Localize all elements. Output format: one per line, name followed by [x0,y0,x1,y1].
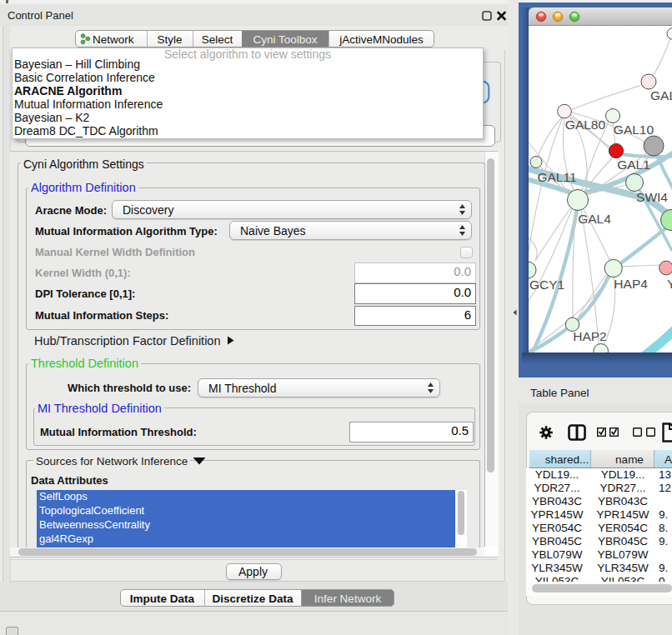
svg-text:GAL80: GAL80 [565,118,606,132]
svg-text:GAL11: GAL11 [537,170,576,184]
svg-text:GAL7: GAL7 [650,88,672,102]
svg-text:HAP2: HAP2 [573,329,607,343]
svg-text:SWI4: SWI4 [636,190,668,204]
svg-text:YM: YM [667,277,672,291]
svg-text:GAL4: GAL4 [578,212,611,226]
svg-text:HAP4: HAP4 [614,277,648,291]
svg-text:GCY1: GCY1 [529,278,564,292]
svg-text:GAL10: GAL10 [614,122,654,137]
svg-text:GAL1: GAL1 [617,158,650,172]
